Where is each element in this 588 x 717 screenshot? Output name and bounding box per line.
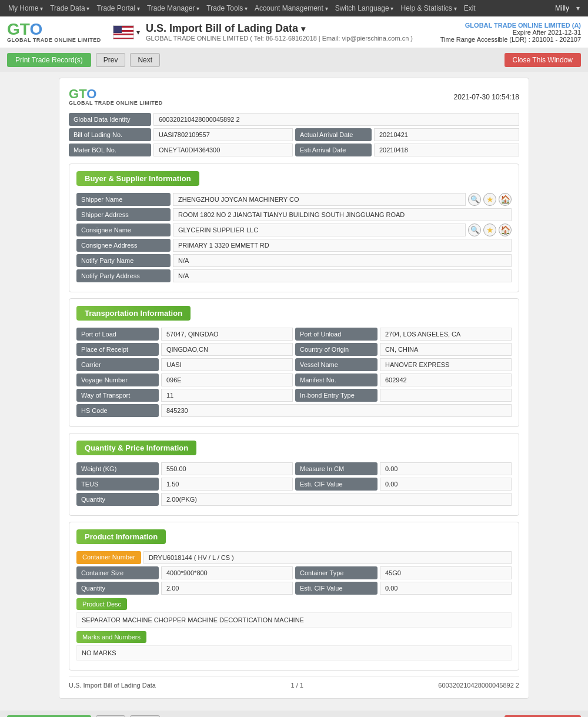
vessel-name-label: Vessel Name xyxy=(295,358,377,371)
nav-my-home[interactable]: My Home xyxy=(5,4,46,12)
manifest-no-value: 602942 xyxy=(380,373,512,386)
shipper-name-value: ZHENGZHOU JOYCAN MACHINERY CO xyxy=(173,193,466,206)
flag-dropdown-icon[interactable]: ▾ xyxy=(136,28,140,36)
gto-logo: GTO GLOBAL TRADE ONLINE LIMITED xyxy=(7,21,101,43)
prev-button-top[interactable]: Prev xyxy=(96,53,126,67)
shipper-address-label: Shipper Address xyxy=(76,208,171,221)
actual-arrival-label: Actual Arrival Date xyxy=(295,128,372,141)
shipper-house-icon[interactable]: 🏠 xyxy=(499,193,512,206)
consignee-house-icon[interactable]: 🏠 xyxy=(499,224,512,236)
esti-cif-qp-value: 0.00 xyxy=(380,478,512,491)
carrier-vessel-row: Carrier UASI Vessel Name HANOVER EXPRESS xyxy=(76,358,512,371)
port-unload-value: 2704, LOS ANGELES, CA xyxy=(380,328,512,341)
nav-account-management[interactable]: Account Management xyxy=(251,4,332,12)
teus-value: 1.50 xyxy=(161,478,293,491)
way-transport-value: 11 xyxy=(161,389,293,402)
measure-cm-value: 0.00 xyxy=(380,462,512,475)
hs-code-label: HS Code xyxy=(76,404,159,417)
page-title: U.S. Import Bill of Lading Data ▾ xyxy=(146,22,440,35)
quantity-price-header: Quantity & Price Information xyxy=(76,441,196,455)
user-arrow-icon[interactable]: ▾ xyxy=(573,4,583,12)
port-unload-label: Port of Unload xyxy=(295,328,377,341)
bottom-toolbar: Print Trade Record(s) Prev Next Close Th… xyxy=(0,711,588,717)
container-number-row: Container Number DRYU6018144 ( HV / L / … xyxy=(76,551,512,564)
header-title-area: U.S. Import Bill of Lading Data ▾ GLOBAL… xyxy=(146,22,440,42)
teus-cif-row: TEUS 1.50 Esti. CIF Value 0.00 xyxy=(76,478,512,491)
title-dropdown-icon[interactable]: ▾ xyxy=(301,24,305,34)
card-footer-record-id: 600320210428000045892 2 xyxy=(438,682,519,689)
esti-arrival-value: 20210418 xyxy=(374,144,519,156)
consignee-search-icon[interactable]: 🔍 xyxy=(468,224,481,236)
receipt-origin-row: Place of Receipt QINGDAO,CN Country of O… xyxy=(76,343,512,356)
card-header: GTO GLOBAL TRADE ONLINE LIMITED 2021-07-… xyxy=(69,88,519,106)
shipper-search-icon[interactable]: 🔍 xyxy=(468,193,481,206)
product-esti-cif-value: 0.00 xyxy=(380,582,512,595)
buyer-supplier-section: Buyer & Supplier Information Shipper Nam… xyxy=(69,164,519,292)
port-load-value: 57047, QINGDAO xyxy=(161,328,293,341)
shipper-star-icon[interactable]: ★ xyxy=(483,193,496,206)
marks-numbers-label[interactable]: Marks and Numbers xyxy=(76,631,146,643)
bol-arrival-row: Bill of Lading No. UASI7802109557 Actual… xyxy=(69,128,519,141)
weight-measure-row: Weight (KG) 550.00 Measure In CM 0.00 xyxy=(76,462,512,475)
nav-trade-data[interactable]: Trade Data xyxy=(46,4,93,12)
nav-trade-tools[interactable]: Trade Tools xyxy=(203,4,251,12)
consignee-star-icon[interactable]: ★ xyxy=(483,224,496,236)
print-records-button-top[interactable]: Print Trade Record(s) xyxy=(7,53,91,67)
container-number-label: Container Number xyxy=(76,551,141,564)
company-name: GLOBAL TRADE ONLINE LIMITED (A) xyxy=(440,22,581,29)
buyer-supplier-header: Buyer & Supplier Information xyxy=(76,171,199,186)
voyage-number-label: Voyage Number xyxy=(76,373,159,386)
product-esti-cif-label: Esti. CIF Value xyxy=(295,582,377,595)
shipper-name-row: Shipper Name ZHENGZHOU JOYCAN MACHINERY … xyxy=(76,193,512,206)
product-quantity-label: Quantity xyxy=(76,582,159,595)
consignee-address-value: PRIMARY 1 3320 EMMETT RD xyxy=(173,239,512,252)
notify-party-name-value: N/A xyxy=(173,254,512,267)
consignee-name-value: GLYCERIN SUPPLIER LLC xyxy=(173,224,466,236)
nav-switch-language[interactable]: Switch Language xyxy=(332,4,397,12)
container-size-label: Container Size xyxy=(76,566,159,579)
product-desc-label[interactable]: Product Desc xyxy=(76,598,127,610)
notify-party-name-row: Notify Party Name N/A xyxy=(76,254,512,267)
page-header: GTO GLOBAL TRADE ONLINE LIMITED ▾ U.S. I… xyxy=(0,16,588,48)
shipper-address-row: Shipper Address ROOM 1802 NO 2 JIANGTAI … xyxy=(76,208,512,221)
product-desc-button-wrapper: Product Desc xyxy=(76,598,512,610)
esti-cif-qp-label: Esti. CIF Value xyxy=(295,478,377,491)
mater-bol-esti-row: Mater BOL No. ONEYTA0DI4364300 Esti Arri… xyxy=(69,144,519,156)
measure-cm-label: Measure In CM xyxy=(295,462,377,475)
shipper-icons: 🔍 ★ 🏠 xyxy=(468,193,512,206)
header-subtitle: GLOBAL TRADE ONLINE LIMITED ( Tel: 86-51… xyxy=(146,35,440,42)
place-receipt-value: QINGDAO,CN xyxy=(161,343,293,356)
nav-trade-manager[interactable]: Trade Manager xyxy=(143,4,203,12)
main-content: GTO GLOBAL TRADE ONLINE LIMITED 2021-07-… xyxy=(0,72,588,711)
container-size-value: 4000*900*800 xyxy=(161,566,293,579)
close-window-button-top[interactable]: Close This Window xyxy=(505,53,581,67)
product-desc-value: SEPARATOR MACHINE CHOPPER MACHINE DECORT… xyxy=(76,612,512,628)
in-bond-value xyxy=(380,389,512,402)
hs-code-row: HS Code 845230 xyxy=(76,404,512,417)
global-data-identity-label: Global Data Identity xyxy=(69,113,151,126)
nav-exit[interactable]: Exit xyxy=(460,4,479,12)
top-toolbar: Print Trade Record(s) Prev Next Close Th… xyxy=(0,48,588,72)
esti-arrival-label: Esti Arrival Date xyxy=(295,144,372,156)
esti-arrival-block: Esti Arrival Date 20210418 xyxy=(295,144,519,156)
carrier-value: UASI xyxy=(161,358,293,371)
mater-bol-value: ONEYTA0DI4364300 xyxy=(153,144,293,156)
expire-date: Expire After 2021-12-31 xyxy=(440,29,581,36)
global-data-identity-value: 600320210428000045892 2 xyxy=(153,113,519,126)
nav-trade-portal[interactable]: Trade Portal xyxy=(93,4,143,12)
card-footer-data-type: U.S. Import Bill of Lading Data xyxy=(69,682,156,689)
bol-block: Bill of Lading No. UASI7802109557 xyxy=(69,128,293,141)
notify-party-address-label: Notify Party Address xyxy=(76,269,171,282)
container-type-value: 45G0 xyxy=(380,566,512,579)
qp-quantity-label: Quantity xyxy=(76,493,159,506)
actual-arrival-block: Actual Arrival Date 20210421 xyxy=(295,128,519,141)
nav-help-statistics[interactable]: Help & Statistics xyxy=(397,4,460,12)
port-load-label: Port of Load xyxy=(76,328,159,341)
consignee-icons: 🔍 ★ 🏠 xyxy=(468,224,512,236)
next-button-top[interactable]: Next xyxy=(130,53,160,67)
country-origin-label: Country of Origin xyxy=(295,343,377,356)
weight-value: 550.00 xyxy=(161,462,293,475)
top-right-info: GLOBAL TRADE ONLINE LIMITED (A) Expire A… xyxy=(440,22,581,43)
container-type-label: Container Type xyxy=(295,566,377,579)
product-header: Product Information xyxy=(76,529,166,544)
